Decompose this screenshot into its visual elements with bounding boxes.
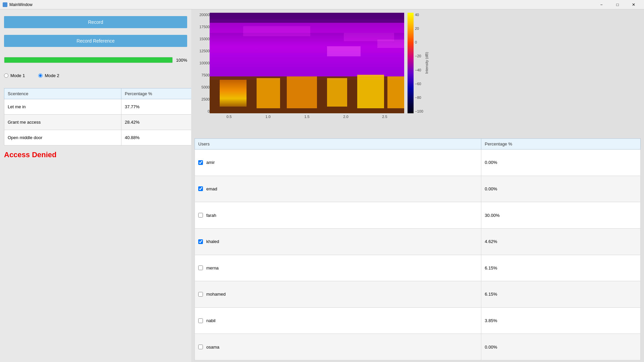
colorbar-svg [408, 13, 414, 113]
user-name: osama [206, 345, 219, 350]
minimize-button[interactable]: − [594, 0, 609, 9]
svg-rect-8 [257, 78, 280, 108]
sentence-table: Scentence Let me inGrant me accessOpen m… [4, 88, 121, 145]
user-cell: emad [195, 176, 481, 202]
x-axis-label: 2.0 [343, 115, 348, 119]
users-pct-header: Percentage % [481, 139, 641, 149]
colorbar-label: −40 [415, 68, 423, 72]
colorbar-wrapper: 40200−20−40−60−80−100 Intensity (dB) [408, 13, 429, 113]
user-checkbox[interactable] [198, 265, 203, 270]
user-cell: amir [195, 149, 481, 176]
x-axis-label: 1.5 [304, 115, 309, 119]
user-row: farah30.00% [195, 202, 641, 229]
record-reference-button[interactable]: Record Reference [4, 35, 187, 47]
user-name: emad [206, 186, 217, 191]
user-cell: merna [195, 255, 481, 281]
sentence-cell: Grant me access [4, 115, 121, 130]
user-checkbox[interactable] [198, 292, 203, 297]
titlebar-left: MainWindow [3, 2, 33, 7]
progress-container: 100% [4, 57, 187, 63]
user-name: nabil [206, 318, 215, 323]
sentence-percentage-section: Scentence Let me inGrant me accessOpen m… [0, 88, 191, 145]
user-name: amir [206, 160, 215, 165]
svg-rect-16 [408, 13, 414, 113]
user-name: merna [206, 265, 219, 270]
user-pct-cell: 0.00% [481, 334, 641, 360]
x-axis-labels: 0.51.01.52.02.5 [210, 113, 404, 119]
x-axis-label: 0.5 [226, 115, 231, 119]
colorbar-label: −20 [415, 54, 423, 58]
sentence-row: Open middle door [4, 130, 121, 145]
sentence-row: Let me in [4, 99, 121, 115]
user-pct-cell: 0.00% [481, 176, 641, 202]
users-table: Users Percentage % amir0.00%emad0.00%far… [195, 138, 641, 360]
mode2-radio[interactable] [38, 73, 43, 78]
sentence-cell: Open middle door [4, 130, 121, 145]
user-name: mohamed [206, 292, 226, 297]
user-checkbox[interactable] [198, 345, 203, 349]
close-button[interactable]: ✕ [626, 0, 641, 9]
y-axis-label: 17500 [199, 25, 210, 29]
user-cell: osama [195, 334, 481, 360]
progress-bar-wrapper [4, 57, 173, 63]
y-axis-label: 10000 [199, 61, 210, 65]
spec-and-xaxis: 0.51.01.52.02.5 [210, 13, 404, 119]
colorbar-tick-labels: 40200−20−40−60−80−100 [414, 13, 423, 113]
colorbar-label: 0 [415, 40, 423, 44]
user-name: khaled [206, 239, 219, 244]
user-cell: mohamed [195, 281, 481, 308]
y-axis-label: 20000 [199, 13, 210, 17]
user-checkbox[interactable] [198, 160, 203, 165]
svg-rect-14 [377, 40, 404, 48]
user-row: merna6.15% [195, 255, 641, 281]
svg-rect-10 [327, 78, 347, 107]
user-cell: farah [195, 202, 481, 229]
colorbar-label: 20 [415, 26, 423, 31]
x-axis-label: 1.0 [265, 115, 270, 119]
record-button[interactable]: Record [4, 16, 187, 28]
mode1-label: Mode 1 [10, 73, 25, 78]
user-name: farah [206, 213, 216, 218]
mode1-option[interactable]: Mode 1 [4, 73, 25, 78]
svg-rect-13 [327, 46, 361, 56]
left-panel: Record Record Reference 100% Mode 1 Mode… [0, 9, 191, 362]
progress-label: 100% [176, 58, 187, 63]
users-col-header: Users [195, 139, 481, 149]
progress-bar-fill [4, 57, 172, 63]
svg-rect-7 [220, 80, 247, 107]
user-row: osama0.00% [195, 334, 641, 360]
y-axis-label: 7500 [202, 73, 210, 77]
user-checkbox[interactable] [198, 213, 203, 218]
spec-wrapper: 20000175001500012500100007500500025000 [195, 13, 429, 133]
titlebar-controls: − □ ✕ [594, 0, 641, 9]
sentence-col-header: Scentence [4, 88, 121, 99]
spectrogram-svg [210, 13, 404, 113]
maximize-button[interactable]: □ [610, 0, 625, 9]
user-cell: khaled [195, 228, 481, 255]
mode2-label: Mode 2 [45, 73, 59, 78]
y-axis-labels: 20000175001500012500100007500500025000 [195, 13, 210, 113]
mode1-radio[interactable] [4, 73, 8, 78]
right-panel: 20000175001500012500100007500500025000 [191, 9, 644, 362]
spectrogram-area: 20000175001500012500100007500500025000 [191, 9, 644, 137]
user-pct-cell: 4.62% [481, 228, 641, 255]
users-area: Users Percentage % amir0.00%emad0.00%far… [191, 137, 644, 362]
user-checkbox[interactable] [198, 186, 203, 191]
y-axis-label: 5000 [202, 85, 210, 89]
x-axis-label: 2.5 [382, 115, 387, 119]
colorbar-label: 40 [415, 13, 423, 17]
user-checkbox[interactable] [198, 239, 203, 244]
top-controls: Record Record Reference 100% Mode 1 Mode… [0, 9, 191, 88]
svg-rect-12 [387, 76, 404, 108]
user-checkbox[interactable] [198, 318, 203, 323]
svg-rect-11 [357, 75, 384, 108]
user-pct-cell: 6.15% [481, 255, 641, 281]
main-container: Record Record Reference 100% Mode 1 Mode… [0, 9, 644, 362]
user-row: khaled4.62% [195, 228, 641, 255]
user-row: nabil3.85% [195, 307, 641, 334]
user-row: emad0.00% [195, 176, 641, 202]
user-pct-cell: 0.00% [481, 149, 641, 176]
svg-rect-15 [210, 13, 404, 23]
sentence-row: Grant me access [4, 115, 121, 130]
mode2-option[interactable]: Mode 2 [38, 73, 59, 78]
